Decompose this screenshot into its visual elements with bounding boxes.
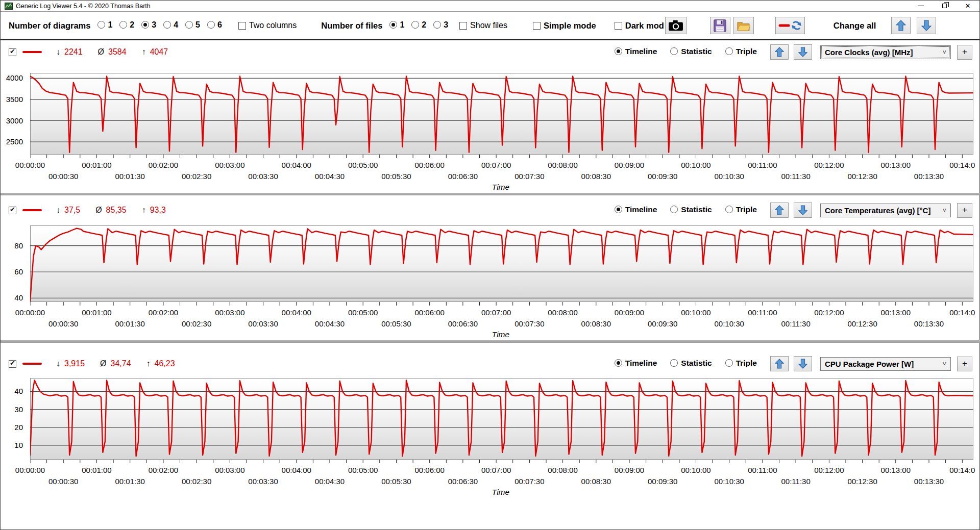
panel-header: ↓ 3,915 Ø 34,74 ↑ 46,23 TimelineStatisti… (1, 356, 979, 371)
minimize-button[interactable] (909, 1, 933, 12)
change-all-up-button[interactable] (891, 17, 911, 34)
radio-icon[interactable] (670, 359, 678, 367)
series-select-value: CPU Package Power [W] (825, 360, 914, 368)
number-of-diagrams-radio-2[interactable]: 2 (119, 20, 134, 30)
radio-icon[interactable] (725, 47, 733, 55)
chart-panel: ↓ 3,915 Ø 34,74 ↑ 46,23 TimelineStatisti… (1, 343, 979, 498)
radio-icon[interactable] (389, 21, 397, 29)
x-tick-label: 00:08:30 (575, 477, 618, 486)
number-of-diagrams-radio-6[interactable]: 6 (207, 20, 222, 30)
number-of-diagrams-radios: 123456 (90, 20, 222, 31)
series-select-dropdown[interactable]: CPU Package Power [W] ˅ (820, 357, 951, 371)
radio-icon[interactable] (185, 21, 193, 29)
stat-avg: 34,74 (111, 359, 131, 368)
series-visible-checkbox[interactable] (9, 360, 16, 368)
radio-icon[interactable] (725, 359, 733, 367)
number-of-diagrams-radio-5[interactable]: 5 (185, 20, 200, 30)
view-radio-statistic[interactable]: Statistic (670, 359, 712, 368)
move-series-up-button[interactable] (770, 44, 789, 60)
view-radio-timeline[interactable]: Timeline (615, 205, 657, 214)
move-series-down-button[interactable] (794, 203, 812, 218)
two-columns-label: Two columns (249, 21, 297, 30)
series-color-swatch[interactable] (22, 209, 42, 211)
number-of-files-radio-1[interactable]: 1 (389, 20, 404, 30)
radio-icon[interactable] (119, 21, 127, 29)
timeline-chart[interactable] (30, 73, 973, 159)
move-series-up-button[interactable] (770, 356, 789, 371)
simple-mode-checkbox[interactable]: Simple mode (533, 21, 596, 31)
add-series-button[interactable]: + (957, 45, 972, 60)
x-tick-label: 00:14:0 (941, 308, 980, 317)
view-radio-timeline[interactable]: Timeline (615, 359, 657, 368)
series-visible-checkbox[interactable] (9, 207, 16, 214)
view-radio-triple[interactable]: Triple (725, 205, 757, 214)
series-visible-checkbox[interactable] (9, 48, 16, 56)
number-of-diagrams-radio-4[interactable]: 4 (163, 20, 178, 30)
view-mode-radios: TimelineStatisticTriple (615, 359, 770, 369)
radio-icon[interactable] (615, 359, 622, 367)
line-color-refresh-button[interactable] (775, 17, 805, 34)
screenshot-button[interactable] (665, 17, 687, 34)
simple-mode-box[interactable] (533, 22, 541, 30)
x-tick-label: 00:00:00 (9, 466, 52, 474)
change-all-down-button[interactable] (917, 17, 936, 34)
view-radio-statistic[interactable]: Statistic (670, 205, 712, 214)
two-columns-box[interactable] (238, 22, 246, 30)
series-select-dropdown[interactable]: Core Temperatures (avg) [°C] ˅ (820, 204, 951, 217)
show-files-checkbox[interactable]: Show files (459, 21, 507, 30)
radio-icon[interactable] (725, 206, 733, 213)
close-button[interactable]: ✕ (956, 1, 979, 12)
view-radio-statistic[interactable]: Statistic (670, 47, 712, 56)
radio-icon[interactable] (615, 47, 622, 55)
simple-mode-label: Simple mode (544, 21, 596, 31)
view-radio-triple[interactable]: Triple (725, 47, 757, 56)
show-files-box[interactable] (459, 22, 467, 30)
y-tick-label: 30 (1, 405, 23, 414)
timeline-chart[interactable] (30, 225, 973, 307)
save-button[interactable] (710, 17, 730, 34)
number-of-files-label: Number of files (321, 21, 382, 31)
radio-icon[interactable] (97, 21, 105, 29)
y-axis-labels: 40302010 (1, 378, 26, 464)
open-folder-button[interactable] (733, 17, 754, 34)
radio-icon[interactable] (207, 21, 215, 29)
radio-icon[interactable] (141, 21, 149, 29)
x-tick-label: 00:08:00 (542, 161, 584, 169)
radio-icon[interactable] (411, 21, 419, 29)
timeline-chart[interactable] (30, 378, 973, 464)
restore-button[interactable] (933, 1, 956, 12)
radio-icon[interactable] (433, 21, 441, 29)
radio-icon[interactable] (615, 206, 622, 213)
dark-mode-box[interactable] (615, 22, 622, 30)
add-series-button[interactable]: + (957, 203, 972, 218)
x-tick-label: 00:03:00 (208, 161, 251, 169)
add-series-button[interactable]: + (957, 357, 972, 371)
x-axis-labels: 00:00:0000:01:0000:02:0000:03:0000:04:00… (30, 159, 979, 183)
series-select-dropdown[interactable]: Core Clocks (avg) [MHz] ˅ (820, 45, 951, 59)
number-of-files-radio-2[interactable]: 2 (411, 20, 426, 30)
two-columns-checkbox[interactable]: Two columns (238, 21, 297, 30)
x-tick-label: 00:13:00 (874, 308, 917, 317)
x-tick-label: 00:14:0 (941, 466, 980, 474)
move-series-up-button[interactable] (770, 203, 789, 218)
dark-mode-checkbox[interactable]: Dark mod (615, 21, 664, 31)
y-tick-label: 40 (1, 387, 23, 395)
x-tick-label: 00:01:30 (109, 477, 152, 486)
number-of-files-radio-3[interactable]: 3 (433, 20, 448, 30)
x-tick-label: 00:13:30 (908, 477, 950, 486)
view-radio-triple[interactable]: Triple (725, 359, 757, 368)
number-of-diagrams-radio-1[interactable]: 1 (97, 20, 112, 30)
move-series-down-button[interactable] (794, 44, 812, 60)
x-axis-labels: 00:00:0000:01:0000:02:0000:03:0000:04:00… (30, 307, 979, 330)
radio-icon[interactable] (670, 206, 678, 213)
view-radio-label: Statistic (681, 205, 712, 214)
series-color-swatch[interactable] (22, 363, 42, 365)
stat-min: 2241 (64, 47, 83, 57)
radio-icon[interactable] (670, 47, 678, 55)
series-color-swatch[interactable] (22, 51, 42, 53)
radio-icon[interactable] (163, 21, 171, 29)
change-all-label: Change all (834, 21, 876, 31)
move-series-down-button[interactable] (794, 356, 812, 371)
number-of-diagrams-radio-3[interactable]: 3 (141, 20, 156, 30)
view-radio-timeline[interactable]: Timeline (615, 47, 657, 56)
